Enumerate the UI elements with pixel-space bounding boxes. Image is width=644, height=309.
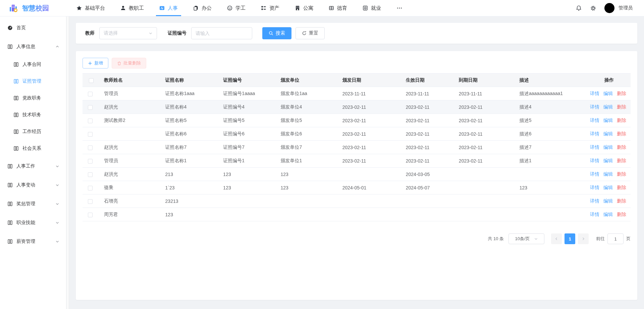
detail-link[interactable]: 详情 [590, 158, 599, 163]
sidebar-item[interactable]: 首页 [0, 18, 66, 37]
cell-cert-name: 证照名称7 [161, 141, 219, 154]
cell-effective-date: 2023-02-11 [402, 100, 455, 114]
topnav-item[interactable]: 办公 [193, 0, 212, 16]
page-size-select[interactable]: 10条/页 [508, 233, 544, 244]
delete-link[interactable]: 删除 [617, 131, 626, 136]
batch-delete-button[interactable]: 批量删除 [112, 58, 146, 69]
ellipsis-icon[interactable] [396, 5, 402, 11]
hr-icon [159, 5, 165, 11]
edit-link[interactable]: 编辑 [603, 131, 613, 136]
select-all-checkbox[interactable] [89, 78, 94, 83]
row-checkbox[interactable] [88, 145, 93, 150]
topnav-item[interactable]: 公寓 [295, 0, 313, 16]
page-unit-label: 页 [626, 236, 631, 242]
delete-link[interactable]: 删除 [617, 118, 626, 123]
sidebar-subitem-label: 技术职务 [22, 112, 41, 118]
delete-link[interactable]: 删除 [617, 144, 626, 150]
row-checkbox[interactable] [88, 132, 93, 137]
row-checkbox[interactable] [88, 199, 93, 204]
row-checkbox[interactable] [88, 213, 93, 217]
row-checkbox[interactable] [88, 172, 93, 177]
edit-link[interactable]: 编辑 [603, 212, 613, 217]
detail-link[interactable]: 详情 [590, 104, 599, 109]
topnav-item[interactable]: 人事 [159, 0, 178, 16]
edit-link[interactable]: 编辑 [603, 104, 613, 109]
prev-page-button[interactable] [551, 233, 562, 244]
book-icon [7, 201, 13, 207]
topnav-item[interactable]: 教职工 [120, 0, 144, 16]
book-icon [7, 220, 13, 225]
column-header: 到期日期 [455, 74, 516, 87]
goto-page-input[interactable] [607, 233, 624, 244]
detail-link[interactable]: 详情 [590, 185, 599, 190]
topnav-item[interactable]: 就业 [363, 0, 381, 16]
row-checkbox[interactable] [88, 105, 93, 110]
next-page-button[interactable] [578, 233, 589, 244]
sidebar-scrollbar[interactable] [67, 16, 69, 309]
delete-link[interactable]: 删除 [617, 171, 626, 177]
row-checkbox[interactable] [88, 92, 93, 96]
detail-link[interactable]: 详情 [590, 212, 599, 217]
sidebar-item[interactable]: 薪资管理 [0, 232, 66, 251]
sidebar-subitem[interactable]: 人事合同 [0, 56, 66, 73]
detail-link[interactable]: 详情 [590, 171, 599, 177]
cell-effective-date: 2023-02-11 [402, 154, 455, 168]
current-page-button[interactable]: 1 [565, 233, 575, 244]
reset-button[interactable]: 重置 [296, 27, 325, 39]
delete-link[interactable]: 删除 [617, 158, 626, 163]
cell-cert-no [219, 208, 276, 221]
row-checkbox[interactable] [88, 186, 93, 190]
cell-cert-name: 证照名称6 [161, 127, 219, 141]
topnav-item[interactable]: 德育 [329, 0, 347, 16]
sidebar-subitem[interactable]: 技术职务 [0, 106, 66, 123]
row-checkbox[interactable] [88, 119, 93, 123]
edit-link[interactable]: 编辑 [603, 185, 613, 190]
sidebar-item[interactable]: 职业技能 [0, 213, 66, 232]
edit-link[interactable]: 编辑 [603, 144, 613, 150]
delete-link[interactable]: 删除 [617, 91, 626, 96]
delete-link[interactable]: 删除 [617, 198, 626, 204]
sidebar-subitem[interactable]: 证照管理 [0, 73, 66, 90]
edit-link[interactable]: 编辑 [603, 118, 613, 123]
sidebar-subitem[interactable]: 工作经历 [0, 123, 66, 140]
topnav-item[interactable]: 学工 [227, 0, 246, 16]
cell-teacher-name: 周芳君 [100, 208, 161, 221]
sidebar-subitem[interactable]: 党政职务 [0, 90, 66, 106]
sidebar-item[interactable]: 奖惩管理 [0, 194, 66, 213]
sidebar-item-label: 人事信息 [16, 44, 35, 50]
user-name[interactable]: 管理员 [619, 5, 633, 11]
sidebar-item[interactable]: 人事变动 [0, 176, 66, 194]
add-button[interactable]: 新增 [83, 58, 108, 69]
detail-link[interactable]: 详情 [590, 144, 599, 150]
teacher-select[interactable]: 请选择 [99, 27, 157, 39]
sidebar-item-label: 职业技能 [16, 220, 35, 226]
cell-teacher-name: 石增亮 [100, 194, 161, 208]
detail-link[interactable]: 详情 [590, 131, 599, 136]
cert-no-input[interactable] [191, 27, 252, 39]
topnav-item[interactable]: 资产 [261, 0, 279, 16]
detail-link[interactable]: 详情 [590, 91, 599, 96]
bell-icon[interactable] [576, 5, 582, 11]
delete-link[interactable]: 删除 [617, 104, 626, 109]
delete-link[interactable]: 删除 [617, 212, 626, 217]
search-button[interactable]: 搜索 [262, 27, 291, 39]
edit-link[interactable]: 编辑 [603, 198, 613, 204]
chevron-down-icon [55, 239, 59, 244]
table-header-row: 教师姓名证照名称证照编号颁发单位颁发日期生效日期到期日期描述操作 [83, 74, 631, 87]
row-checkbox[interactable] [88, 159, 93, 164]
cert-no-label: 证照编号 [168, 30, 186, 36]
table-row: 骆乘 1`23 123 123 2024-05-01 2024-05-07 12… [83, 181, 631, 194]
sidebar-subitem[interactable]: 社会关系 [0, 140, 66, 157]
detail-link[interactable]: 详情 [590, 198, 599, 204]
edit-link[interactable]: 编辑 [603, 171, 613, 177]
edit-link[interactable]: 编辑 [603, 91, 613, 96]
avatar[interactable] [604, 3, 614, 13]
topnav-item[interactable]: 基础平台 [76, 0, 105, 16]
edit-link[interactable]: 编辑 [603, 158, 613, 163]
cert-table: 教师姓名证照名称证照编号颁发单位颁发日期生效日期到期日期描述操作 管理员 证照名… [83, 73, 631, 221]
sidebar-item[interactable]: 人事工作 [0, 157, 66, 176]
sidebar-item[interactable]: 人事信息 [0, 37, 66, 56]
detail-link[interactable]: 详情 [590, 118, 599, 123]
delete-link[interactable]: 删除 [617, 185, 626, 190]
gear-icon[interactable] [590, 5, 596, 11]
